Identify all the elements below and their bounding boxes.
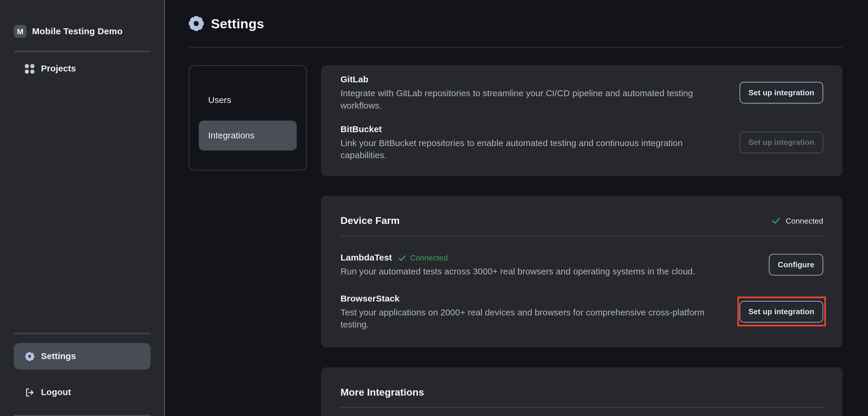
sidebar-divider [14, 333, 151, 334]
status-label: Connected [786, 216, 823, 225]
integration-description: Run your automated tests across 3000+ re… [340, 265, 695, 278]
sidebar-item-logout[interactable]: Logout [14, 383, 151, 402]
sidebar-item-label: Logout [41, 387, 71, 397]
card-divider [340, 407, 823, 408]
header-divider [189, 47, 842, 47]
sidebar-divider [14, 51, 151, 52]
card-more-integrations: More Integrations Slack Trigger tests an… [321, 367, 843, 416]
integration-description: Integrate with GitLab repositories to st… [340, 87, 730, 112]
integration-row-lambdatest: LambdaTest Connected Run your automated … [340, 251, 823, 278]
tab-users[interactable]: Users [199, 85, 297, 115]
lambdatest-status: Connected [398, 253, 447, 262]
annotation-highlight-box: Set up integration [740, 301, 823, 322]
check-icon [398, 254, 406, 262]
integration-row-bitbucket: BitBucket Link your BitBucket repositori… [340, 123, 823, 161]
device-farm-status: Connected [772, 216, 823, 225]
integration-row-gitlab: GitLab Integrate with GitLab repositorie… [340, 73, 823, 112]
integration-title: BrowserStack [340, 292, 399, 306]
gear-icon [25, 352, 34, 361]
main-content: Settings Users Integrations GitLab [165, 0, 868, 416]
integrations-panel: GitLab Integrate with GitLab repositorie… [321, 65, 843, 416]
grid-icon [25, 64, 34, 73]
sidebar-item-projects[interactable]: Projects [14, 58, 151, 79]
page-header: Settings [189, 15, 842, 32]
section-title: More Integrations [340, 385, 424, 399]
bitbucket-setup-button[interactable]: Set up integration [740, 131, 823, 153]
integration-description: Link your BitBucket repositories to enab… [340, 137, 730, 162]
integration-title: BitBucket [340, 123, 382, 136]
workspace-avatar: M [14, 25, 27, 37]
app-window: M Mobile Testing Demo Projects Settings … [0, 0, 868, 416]
settings-subnav: Users Integrations [189, 65, 306, 170]
logout-icon [25, 387, 34, 397]
sidebar-item-settings[interactable]: Settings [14, 343, 151, 370]
check-icon [772, 216, 781, 225]
integration-title: LambdaTest [340, 251, 392, 264]
gitlab-setup-button[interactable]: Set up integration [740, 82, 823, 103]
workspace-name: Mobile Testing Demo [32, 26, 123, 36]
sidebar: M Mobile Testing Demo Projects Settings … [0, 0, 165, 416]
card-device-farm: Device Farm Connected LambdaTest [321, 196, 843, 348]
sidebar-item-label: Projects [41, 64, 76, 74]
section-title: Device Farm [340, 214, 400, 228]
lambdatest-configure-button[interactable]: Configure [769, 254, 823, 275]
tab-integrations[interactable]: Integrations [199, 121, 297, 151]
browserstack-setup-button[interactable]: Set up integration [740, 301, 823, 322]
integration-description: Test your applications on 2000+ real dev… [340, 307, 730, 331]
integration-title: GitLab [340, 73, 368, 87]
card-repositories: GitLab Integrate with GitLab repositorie… [321, 65, 843, 176]
sidebar-item-label: Settings [41, 351, 76, 361]
sidebar-divider [14, 415, 151, 416]
settings-gear-icon [189, 16, 204, 31]
page-title: Settings [211, 15, 264, 31]
status-label: Connected [410, 253, 447, 262]
integration-row-browserstack: BrowserStack Test your applications on 2… [340, 292, 823, 331]
card-divider [340, 236, 823, 236]
workspace-logo: M Mobile Testing Demo [14, 25, 151, 37]
